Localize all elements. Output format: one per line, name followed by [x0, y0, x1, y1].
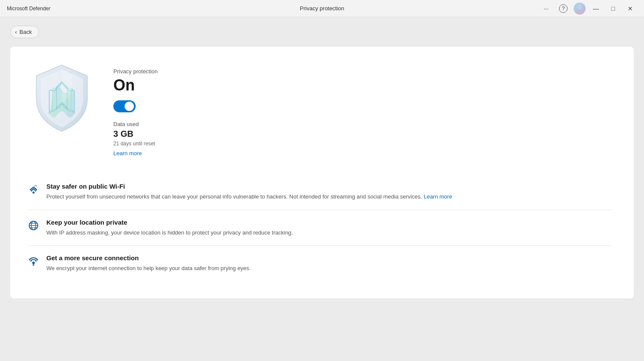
hero-info: Privacy protection On Data used 3 GB 21 … — [113, 64, 158, 157]
feature-item-connection: Get a more secure connection We encrypt … — [27, 246, 612, 281]
main-card: Privacy protection On Data used 3 GB 21 … — [10, 47, 634, 298]
svg-point-2 — [33, 192, 35, 194]
feature-item-wifi: Stay safer on public Wi-Fi Protect yours… — [27, 174, 612, 210]
hero-section: Privacy protection On Data used 3 GB 21 … — [27, 64, 612, 157]
maximize-icon: □ — [611, 5, 615, 12]
avatar-image — [574, 3, 586, 15]
feature-wifi-learn-more[interactable]: Learn more — [424, 193, 452, 200]
toggle-thumb — [125, 102, 134, 111]
window-controls: ··· ? — □ ✕ — [539, 2, 637, 15]
feature-connection-title: Get a more secure connection — [46, 254, 251, 262]
help-icon: ? — [559, 4, 568, 13]
close-button[interactable]: ✕ — [623, 2, 637, 15]
back-button[interactable]: ‹ Back — [10, 26, 39, 38]
feature-connection-icon — [27, 255, 39, 267]
app-body: ‹ Back — [0, 17, 644, 361]
svg-point-1 — [575, 10, 584, 15]
data-used-value: 3 GB — [113, 129, 158, 139]
svg-rect-9 — [33, 264, 34, 266]
minimize-button[interactable]: — — [589, 2, 603, 15]
svg-point-0 — [577, 4, 582, 9]
back-chevron-icon: ‹ — [15, 29, 17, 35]
close-icon: ✕ — [628, 5, 633, 12]
avatar[interactable] — [574, 3, 586, 15]
feature-location-title: Keep your location private — [46, 219, 293, 226]
hero-status-text: On — [113, 76, 158, 94]
more-options-button[interactable]: ··· — [539, 2, 553, 15]
shield-illustration — [27, 64, 96, 132]
feature-location-text: Keep your location private With IP addre… — [46, 219, 293, 237]
back-button-label: Back — [19, 29, 32, 35]
minimize-icon: — — [593, 5, 599, 12]
feature-connection-text: Get a more secure connection We encrypt … — [46, 254, 251, 273]
maximize-button[interactable]: □ — [606, 2, 620, 15]
help-button[interactable]: ? — [556, 2, 570, 15]
page-title: Privacy protection — [300, 5, 344, 12]
title-bar: Microsoft Defender Privacy protection ··… — [0, 0, 644, 17]
data-reset-text: 21 days until reset — [113, 141, 158, 147]
feature-wifi-text: Stay safer on public Wi-Fi Protect yours… — [46, 183, 452, 201]
feature-wifi-title: Stay safer on public Wi-Fi — [46, 183, 452, 190]
hero-section-label: Privacy protection — [113, 68, 158, 75]
feature-location-description: With IP address masking, your device loc… — [46, 229, 293, 237]
hero-learn-more-link[interactable]: Learn more — [113, 150, 142, 156]
feature-wifi-icon — [27, 184, 39, 196]
feature-connection-description: We encrypt your internet connection to h… — [46, 264, 251, 273]
app-name: Microsoft Defender — [7, 6, 50, 12]
feature-wifi-description: Protect yourself from unsecured networks… — [46, 193, 452, 201]
shield-svg — [30, 62, 94, 135]
privacy-protection-toggle[interactable] — [113, 100, 136, 112]
data-used-label: Data used — [113, 121, 158, 127]
feature-location-icon — [27, 220, 39, 232]
feature-item-location: Keep your location private With IP addre… — [27, 210, 612, 246]
features-section: Stay safer on public Wi-Fi Protect yours… — [27, 174, 612, 281]
more-options-icon: ··· — [544, 5, 549, 12]
